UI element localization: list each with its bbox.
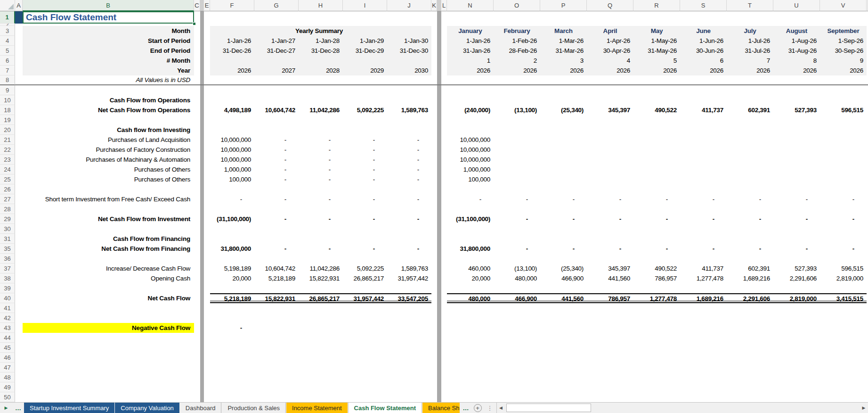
cell-Q22[interactable] [587, 145, 633, 155]
cell-F46[interactable] [210, 353, 254, 363]
row-header-38[interactable]: 38 [0, 273, 15, 283]
cell-C18[interactable] [194, 105, 200, 115]
cell-O22[interactable] [494, 145, 540, 155]
row-header-39[interactable]: 39 [0, 283, 15, 293]
cell-V9[interactable] [820, 85, 867, 95]
cell-N28[interactable] [447, 204, 494, 214]
cell-O25[interactable] [494, 174, 540, 184]
cell-P20[interactable] [540, 125, 587, 135]
pane-split[interactable] [200, 135, 204, 145]
row-header-40[interactable]: 40 [0, 293, 15, 303]
pane-split[interactable] [437, 224, 441, 234]
cell-E24[interactable] [204, 165, 210, 174]
cell-I40[interactable]: 31,957,442 [343, 293, 387, 303]
cell-O21[interactable] [494, 135, 540, 145]
pane-split[interactable] [200, 214, 204, 224]
month-header-V3[interactable]: September [820, 26, 867, 36]
cell-V50[interactable] [820, 392, 867, 402]
cell-F7[interactable]: 2026 [210, 66, 254, 75]
cell-P41[interactable] [540, 303, 587, 313]
cell-B24[interactable]: Purchases of Others [23, 165, 194, 174]
cell-Q26[interactable] [587, 184, 633, 194]
cell-L21[interactable] [441, 135, 447, 145]
cell-T21[interactable] [727, 135, 773, 145]
month-header-Q3[interactable]: April [587, 26, 633, 36]
cell-I29[interactable]: - [343, 214, 387, 224]
cell-U19[interactable] [773, 115, 820, 125]
cell-H27[interactable]: - [299, 194, 343, 204]
month-header-O3[interactable]: February [494, 26, 540, 36]
row-header-8[interactable]: 8 [0, 75, 15, 85]
cell-F38[interactable]: 20,000 [210, 273, 254, 283]
cell-I39[interactable] [343, 283, 387, 293]
cell-S9[interactable] [680, 85, 727, 95]
row-header-10[interactable]: 10 [0, 95, 15, 105]
cell-N49[interactable] [447, 382, 494, 392]
cell-E44[interactable] [204, 333, 210, 343]
cell-B41[interactable] [23, 303, 194, 313]
sheet-tab-production-sales[interactable]: Production & Sales [222, 403, 286, 413]
cell-L41[interactable] [441, 303, 447, 313]
cell-A18[interactable] [15, 105, 23, 115]
cell-O30[interactable] [494, 224, 540, 234]
cell-N44[interactable] [447, 333, 494, 343]
cell-H45[interactable] [299, 343, 343, 353]
pane-split[interactable] [437, 363, 441, 372]
cell-V18[interactable]: 596,515 [820, 105, 867, 115]
cell-N24[interactable]: 1,000,000 [447, 165, 494, 174]
cell-P46[interactable] [540, 353, 587, 363]
sheet-tab-dashboard[interactable]: Dashboard [180, 403, 222, 413]
cell-A47[interactable] [15, 363, 23, 372]
cell-R46[interactable] [633, 353, 680, 363]
pane-split[interactable] [437, 155, 441, 165]
cell-F37[interactable]: 5,198,189 [210, 264, 254, 273]
cell-P39[interactable] [540, 283, 587, 293]
cell-N37[interactable]: 460,000 [447, 264, 494, 273]
pane-split[interactable] [200, 36, 204, 46]
cell-N20[interactable] [447, 125, 494, 135]
cell-V29[interactable]: - [820, 214, 867, 224]
cell-R25[interactable] [633, 174, 680, 184]
cell-B47[interactable] [23, 363, 194, 372]
cell-A27[interactable] [15, 194, 23, 204]
cell-J24[interactable]: - [387, 165, 431, 174]
cell-O45[interactable] [494, 343, 540, 353]
cell-P30[interactable] [540, 224, 587, 234]
cell-L8[interactable] [441, 75, 447, 85]
cell-T4[interactable]: 1-Jul-26 [727, 36, 773, 46]
cell-A42[interactable] [15, 313, 23, 323]
cell-F24[interactable]: 1,000,000 [210, 165, 254, 174]
cell-O27[interactable]: - [494, 194, 540, 204]
cell-S4[interactable]: 1-Jun-26 [680, 36, 727, 46]
cell-A24[interactable] [15, 165, 23, 174]
cell-I8[interactable] [343, 75, 387, 85]
cell-O5[interactable]: 28-Feb-26 [494, 46, 540, 56]
cell-J18[interactable]: 1,589,763 [387, 105, 431, 115]
row-header-26[interactable]: 26 [0, 184, 15, 194]
hidden-tabs-right-dots[interactable]: … [460, 403, 472, 413]
row-header-31[interactable]: 31 [0, 234, 15, 244]
cell-B49[interactable] [23, 382, 194, 392]
cell-J10[interactable] [387, 95, 431, 105]
row-header-30[interactable]: 30 [0, 224, 15, 234]
cell-U28[interactable] [773, 204, 820, 214]
cell-V43[interactable] [820, 323, 867, 333]
cell-L4[interactable] [441, 36, 447, 46]
cell-P36[interactable] [540, 254, 587, 264]
cell-T36[interactable] [727, 254, 773, 264]
cell-J45[interactable] [387, 343, 431, 353]
pane-split[interactable] [437, 204, 441, 214]
cell-L10[interactable] [441, 95, 447, 105]
cell-A50[interactable] [15, 392, 23, 402]
cell-L30[interactable] [441, 224, 447, 234]
cell-I49[interactable] [343, 382, 387, 392]
scrollbar-track[interactable] [505, 403, 860, 413]
cell-B38[interactable]: Opening Cash [23, 273, 194, 283]
cell-K21[interactable] [431, 135, 437, 145]
cell-L37[interactable] [441, 264, 447, 273]
cell-G18[interactable]: 10,604,742 [254, 105, 299, 115]
pane-split[interactable] [200, 283, 204, 293]
cell-C49[interactable] [194, 382, 200, 392]
cell-B31[interactable]: Cash Flow from Financing [23, 234, 194, 244]
cell-J25[interactable]: - [387, 174, 431, 184]
